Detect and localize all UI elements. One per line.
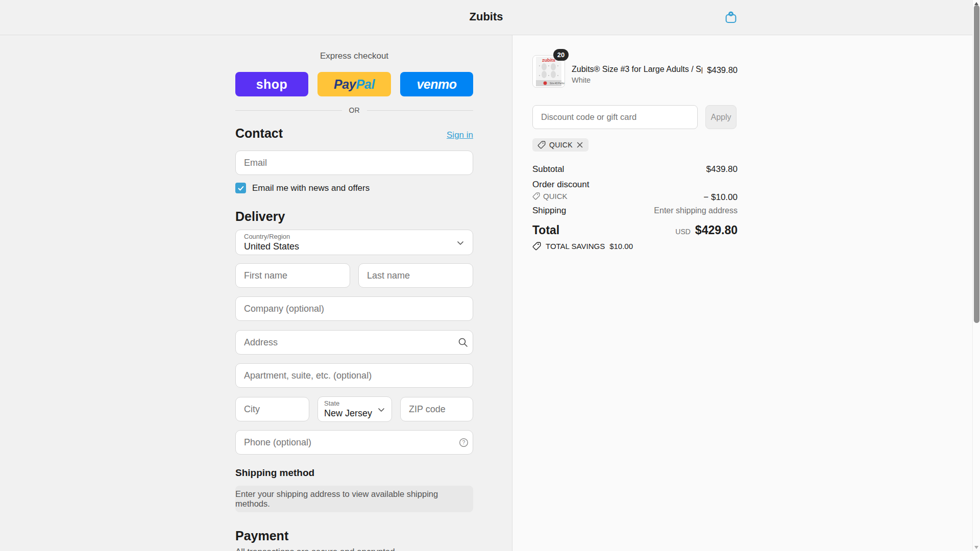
last-name-input[interactable]	[358, 263, 473, 288]
apply-discount-button[interactable]: Apply	[705, 105, 737, 129]
checkout-page: Zubits Express checkout shop PayPal venm…	[0, 0, 980, 551]
payment-heading: Payment	[235, 529, 288, 543]
country-label: Country/Region	[244, 233, 464, 240]
newsletter-optin-row: Email me with news and offers	[235, 183, 473, 193]
sign-in-link[interactable]: Sign in	[447, 130, 473, 140]
applied-discount-chip: QUICK	[532, 138, 589, 152]
state-select[interactable]: State New Jersey	[317, 396, 392, 422]
total-label: Total	[532, 223, 559, 237]
or-label: OR	[349, 106, 360, 114]
subtotal-row: Subtotal $439.80	[532, 164, 738, 174]
venmo-logo: venmo	[416, 77, 456, 92]
scrollbar-thumb[interactable]	[974, 5, 979, 323]
checkmark-icon	[237, 185, 244, 192]
contact-header-row: Contact Sign in	[235, 126, 473, 141]
chevron-down-icon	[455, 238, 465, 248]
country-select[interactable]: Country/Region United States	[235, 230, 473, 255]
or-divider: OR	[235, 106, 473, 114]
newsletter-checkbox[interactable]	[235, 183, 246, 193]
divider-line	[235, 110, 342, 111]
shop-pay-button[interactable]: shop	[235, 72, 308, 96]
city-input[interactable]	[235, 397, 309, 421]
chevron-down-icon	[376, 405, 386, 415]
discount-code-text: QUICK	[543, 192, 568, 201]
zip-input[interactable]	[400, 397, 473, 421]
scrollbar-down-arrow[interactable]	[974, 546, 978, 549]
total-row: Total USD $429.80	[532, 223, 738, 237]
shipping-method-heading: Shipping method	[235, 467, 314, 479]
discount-tag-icon	[532, 242, 541, 251]
shopping-bag-icon	[723, 10, 739, 25]
store-title: Zubits	[0, 10, 972, 23]
tag-icon	[532, 192, 540, 200]
order-discount-row: Order discount	[532, 180, 738, 190]
total-savings-row: TOTAL SAVINGS $10.00	[532, 242, 633, 251]
discount-amount: − $10.00	[703, 192, 738, 203]
quantity-badge: 20	[553, 49, 569, 61]
subtotal-label: Subtotal	[532, 164, 564, 174]
product-price: $439.80	[635, 65, 738, 75]
country-value: United States	[244, 241, 464, 252]
subtotal-value: $439.80	[706, 164, 738, 174]
page-scrollbar[interactable]	[972, 0, 980, 551]
currency-code: USD	[675, 228, 691, 236]
shipping-method-empty-box: Enter your shipping address to view avai…	[235, 486, 473, 512]
help-icon[interactable]: ?	[458, 437, 469, 448]
venmo-button[interactable]: venmo	[400, 72, 473, 96]
product-art-strip: Size #3 Performance	[550, 82, 565, 85]
first-name-input[interactable]	[235, 263, 350, 288]
discount-code-input[interactable]	[532, 105, 698, 129]
shipping-value: Enter shipping address	[654, 206, 738, 215]
total-amount-group: USD $429.80	[675, 223, 738, 237]
divider-line	[367, 110, 474, 111]
company-input[interactable]	[235, 296, 473, 321]
contact-heading: Contact	[235, 126, 283, 141]
svg-text:?: ?	[462, 439, 465, 445]
remove-discount-button[interactable]	[576, 141, 583, 148]
cart-button[interactable]	[723, 10, 739, 25]
search-icon	[457, 337, 469, 348]
discount-line-row: QUICK − $10.00	[532, 192, 738, 203]
tag-icon	[537, 141, 546, 149]
express-checkout-title: Express checkout	[235, 51, 473, 61]
address-input[interactable]	[235, 330, 473, 355]
apartment-input[interactable]	[235, 363, 473, 388]
order-discount-label: Order discount	[532, 180, 590, 190]
shipping-row: Shipping Enter shipping address	[532, 206, 738, 216]
product-variant: White	[572, 76, 591, 84]
close-icon	[576, 141, 583, 148]
total-value: $429.80	[695, 223, 738, 237]
paypal-logo: PayPal	[334, 77, 375, 92]
shipping-label: Shipping	[532, 206, 566, 216]
total-savings-value: $10.00	[609, 242, 633, 251]
paypal-button[interactable]: PayPal	[317, 72, 391, 96]
email-input[interactable]	[235, 151, 473, 175]
discount-code-label: QUICK	[549, 141, 573, 149]
product-art-brand: zubits	[542, 58, 555, 63]
shop-pay-logo: shop	[256, 77, 288, 92]
total-savings-label: TOTAL SAVINGS	[546, 242, 605, 251]
payment-security-note: All transactions are secure and encrypte…	[235, 547, 398, 551]
phone-input[interactable]	[235, 430, 473, 455]
shipping-method-message: Enter your shipping address to view avai…	[235, 489, 473, 509]
delivery-heading: Delivery	[235, 209, 285, 224]
newsletter-label: Email me with news and offers	[252, 183, 370, 193]
discount-code-line: QUICK	[532, 192, 568, 201]
